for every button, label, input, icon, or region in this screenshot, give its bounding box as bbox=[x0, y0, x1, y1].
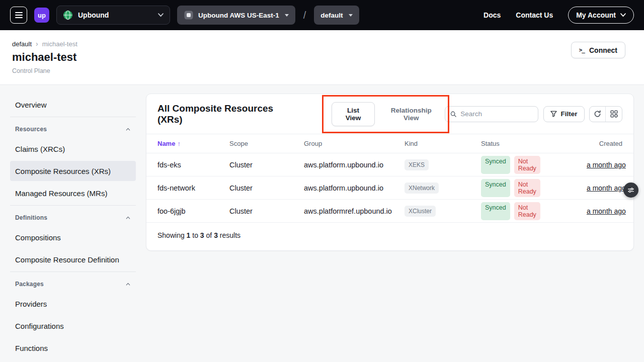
floating-widget-button[interactable] bbox=[623, 183, 638, 198]
cell-status: Synced Not Ready bbox=[481, 179, 540, 197]
my-account-button[interactable]: My Account bbox=[568, 7, 634, 24]
connect-button[interactable]: >_ Connect bbox=[571, 42, 625, 58]
status-badge-not-ready: Not Ready bbox=[514, 156, 540, 174]
sidebar-item-claims[interactable]: Claims (XRCs) bbox=[10, 139, 136, 159]
search-box[interactable] bbox=[445, 106, 538, 122]
space-selector-dropdown[interactable]: Upbound AWS US-East-1 bbox=[177, 6, 295, 25]
breadcrumb-separator-icon: › bbox=[36, 40, 38, 48]
section-heading-label: Resources bbox=[15, 126, 47, 133]
created-link[interactable]: a month ago bbox=[587, 207, 626, 215]
column-header-status[interactable]: Status bbox=[481, 140, 537, 147]
status-badge-synced: Synced bbox=[481, 202, 510, 220]
kind-badge: XNetwork bbox=[405, 183, 439, 194]
docs-link[interactable]: Docs bbox=[484, 11, 501, 19]
sidebar-item-compositions[interactable]: Compositions bbox=[10, 227, 136, 247]
filter-funnel-icon bbox=[550, 111, 557, 117]
filter-label: Filter bbox=[561, 110, 578, 118]
sidebar-divider bbox=[10, 205, 136, 206]
cell-created: a month ago bbox=[587, 184, 626, 192]
page-subtitle: Control Plane bbox=[12, 67, 632, 74]
cell-scope: Cluster bbox=[229, 184, 304, 192]
sidebar-section-packages[interactable]: Packages bbox=[10, 275, 136, 294]
logo-text: up bbox=[38, 12, 46, 19]
table-row[interactable]: foo-6jgjb Cluster aws.platformref.upboun… bbox=[146, 200, 633, 223]
cell-created: a month ago bbox=[587, 207, 626, 215]
chevron-up-icon bbox=[125, 127, 131, 132]
section-heading-label: Definitions bbox=[15, 214, 47, 221]
created-link[interactable]: a month ago bbox=[587, 184, 626, 192]
top-navigation-bar: up Upbound Upbound AWS US-East-1 / defau… bbox=[0, 0, 644, 30]
relationship-view-tab[interactable]: Relationship View bbox=[378, 103, 445, 126]
cell-scope: Cluster bbox=[229, 207, 304, 215]
page-header: default › michael-test michael-test Cont… bbox=[0, 30, 644, 85]
cell-status: Synced Not Ready bbox=[481, 156, 540, 174]
sidebar-section-definitions[interactable]: Definitions bbox=[10, 208, 136, 227]
column-header-group[interactable]: Group bbox=[304, 140, 405, 147]
sidebar-item-providers[interactable]: Providers bbox=[10, 294, 136, 314]
filter-button[interactable]: Filter bbox=[543, 106, 585, 122]
search-input[interactable] bbox=[460, 110, 532, 118]
sidebar-divider bbox=[10, 272, 136, 272]
results-to: 3 bbox=[200, 231, 204, 239]
cell-kind: XEKS bbox=[405, 159, 481, 170]
cell-group: aws.platform.upbound.io bbox=[304, 184, 405, 192]
sidebar-item-overview[interactable]: Overview bbox=[10, 95, 136, 115]
hamburger-menu-button[interactable] bbox=[10, 7, 27, 24]
table-row[interactable]: fds-network Cluster aws.platform.upbound… bbox=[146, 176, 633, 200]
list-view-tab[interactable]: List View bbox=[332, 102, 374, 126]
upbound-globe-icon bbox=[63, 10, 73, 20]
cell-status: Synced Not Ready bbox=[481, 202, 540, 220]
sidebar-item-managed-resources[interactable]: Managed Resources (MRs) bbox=[10, 183, 136, 203]
sidebar-item-functions[interactable]: Functions bbox=[10, 338, 136, 358]
column-header-name[interactable]: Name ↑ bbox=[157, 140, 229, 147]
column-header-scope[interactable]: Scope bbox=[229, 140, 304, 147]
cell-kind: XCluster bbox=[405, 206, 481, 217]
table-header-row: Name ↑ Scope Group Kind Status Created bbox=[146, 134, 633, 153]
sidebar-item-configurations[interactable]: Configurations bbox=[10, 316, 136, 336]
cell-name[interactable]: foo-6jgjb bbox=[157, 207, 229, 215]
space-selector-label: Upbound AWS US-East-1 bbox=[198, 12, 279, 19]
chevron-up-icon bbox=[125, 282, 131, 287]
chevron-up-icon bbox=[125, 215, 131, 221]
breadcrumb: default › michael-test bbox=[12, 40, 632, 48]
integrations-button[interactable] bbox=[606, 107, 622, 122]
cell-name[interactable]: fds-eks bbox=[157, 161, 229, 169]
cell-group: aws.platform.upbound.io bbox=[304, 161, 405, 169]
hamburger-icon bbox=[15, 12, 23, 13]
results-summary: Showing 1 to 3 of 3 results bbox=[146, 223, 633, 250]
panel-title: All Composite Resources (XRs) bbox=[157, 103, 295, 125]
contact-us-link[interactable]: Contact Us bbox=[516, 11, 553, 19]
org-selector-dropdown[interactable]: Upbound bbox=[56, 6, 170, 25]
sidebar-item-composite-resources[interactable]: Composite Resources (XRs) bbox=[10, 161, 136, 181]
column-header-created[interactable]: Created bbox=[599, 140, 622, 147]
cell-group: aws.platformref.upbound.io bbox=[304, 207, 405, 215]
panel-toolbar: All Composite Resources (XRs) List View … bbox=[146, 94, 633, 134]
upbound-logo[interactable]: up bbox=[34, 8, 49, 23]
toolbar-icon-group bbox=[589, 106, 622, 122]
search-icon bbox=[450, 111, 456, 118]
sort-ascending-icon: ↑ bbox=[177, 140, 181, 147]
cell-name[interactable]: fds-network bbox=[157, 184, 229, 192]
created-link[interactable]: a month ago bbox=[587, 161, 626, 169]
group-selector-dropdown[interactable]: default bbox=[314, 6, 359, 25]
group-selector-label: default bbox=[320, 12, 343, 19]
refresh-button[interactable] bbox=[590, 107, 606, 122]
sidebar-item-composite-resource-definition[interactable]: Composite Resource Definition bbox=[10, 249, 136, 269]
integrations-icon bbox=[610, 110, 618, 118]
sliders-icon bbox=[627, 186, 635, 194]
sidebar-navigation: Overview Resources Claims (XRCs) Composi… bbox=[10, 95, 136, 360]
terminal-icon: >_ bbox=[579, 47, 585, 53]
cell-created: a month ago bbox=[587, 161, 626, 169]
page-title: michael-test bbox=[12, 51, 632, 64]
composite-resources-panel: All Composite Resources (XRs) List View … bbox=[146, 94, 634, 251]
breadcrumb-item-default[interactable]: default bbox=[12, 40, 32, 48]
table-row[interactable]: fds-eks Cluster aws.platform.upbound.io … bbox=[146, 153, 633, 176]
refresh-icon bbox=[594, 110, 601, 118]
cell-kind: XNetwork bbox=[405, 183, 481, 194]
results-total: 3 bbox=[214, 231, 218, 239]
org-selector-label: Upbound bbox=[78, 11, 109, 19]
column-header-kind[interactable]: Kind bbox=[405, 140, 481, 147]
caret-down-icon bbox=[285, 14, 289, 17]
status-badge-synced: Synced bbox=[481, 179, 510, 197]
sidebar-section-resources[interactable]: Resources bbox=[10, 120, 136, 139]
